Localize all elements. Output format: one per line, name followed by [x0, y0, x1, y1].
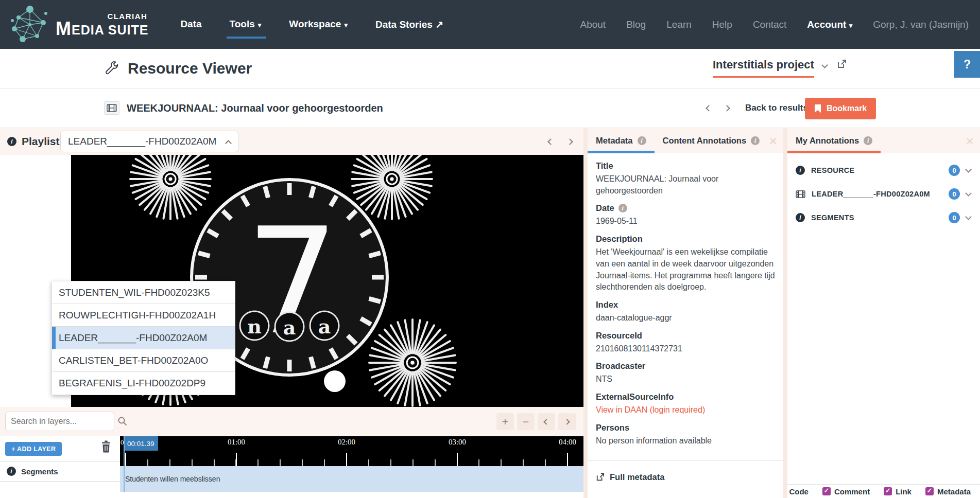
playlist-option[interactable]: ROUWPLECHTIGH-FHD00Z02A1H [52, 304, 235, 327]
metadata-content: Title WEEKJOURNAAL: Journaal voor gehoor… [588, 153, 783, 498]
layer-row-segments[interactable]: i Segments [0, 461, 120, 482]
annotation-filters: Code Comment Link Metadata [787, 484, 980, 498]
add-layer-button[interactable]: + ADD LAYER [5, 442, 62, 456]
help-button[interactable]: ? [954, 51, 980, 78]
nav-workspace[interactable]: Workspace▾ [289, 19, 348, 30]
resource-header: WEEKJOURNAAL: Journaal voor gehoorgestoo… [0, 88, 980, 128]
nav-help[interactable]: Help [712, 19, 732, 30]
checkbox-checked-icon[interactable] [925, 487, 934, 495]
project-name[interactable]: Interstitials project [713, 58, 814, 78]
field-value: NTS [596, 374, 775, 385]
info-icon[interactable]: i [751, 136, 760, 145]
info-icon[interactable]: i [864, 136, 872, 145]
filter-metadata[interactable]: Metadata [925, 487, 971, 496]
playhead[interactable] [124, 436, 125, 492]
playlist-option-selected[interactable]: LEADER_______-FHD00Z02A0M [52, 327, 235, 349]
annotation-group-leader[interactable]: LEADER_______-FHD00Z02A0M 0 [796, 182, 972, 206]
main-nav: Data Tools▾ Workspace▾ Data Stories ↗ [180, 19, 443, 30]
layer-name: Segments [21, 467, 58, 476]
testcard-letter: n [247, 315, 262, 338]
checkbox-checked-icon[interactable] [884, 487, 892, 495]
nav-account[interactable]: Account ▾ [807, 19, 852, 30]
full-metadata-link[interactable]: Full metadata [588, 460, 783, 482]
player-column: i Playlist LEADER_______-FHD00Z02A0M [0, 128, 583, 498]
playlist-dropdown[interactable]: LEADER_______-FHD00Z02A0M [60, 131, 238, 152]
info-icon[interactable]: i [638, 136, 646, 145]
nav-data-stories[interactable]: Data Stories ↗ [375, 19, 443, 30]
open-project-icon[interactable] [837, 59, 847, 69]
clariah-logo[interactable]: CLARIAH MEDIA SUITE [7, 2, 148, 47]
nav-blog[interactable]: Blog [626, 19, 646, 30]
nav-about[interactable]: About [580, 19, 606, 30]
field-label: Title [596, 161, 775, 171]
nav-data[interactable]: Data [180, 19, 201, 30]
main-area: i Playlist LEADER_______-FHD00Z02A0M [0, 128, 980, 498]
trash-icon[interactable] [101, 440, 111, 453]
previous-item-button[interactable] [547, 138, 554, 145]
playlist-option[interactable]: STUDENTEN_WIL-FHD00Z023K5 [52, 281, 235, 304]
nav-contact[interactable]: Contact [753, 19, 786, 30]
field-label: ExternalSourceInfo [596, 392, 775, 402]
testcard-letter: a [283, 316, 296, 339]
pan-left-button[interactable] [538, 413, 555, 430]
page-title: Resource Viewer [128, 60, 252, 77]
segment-label[interactable]: Studenten willen meebslissen [125, 475, 220, 483]
film-icon [104, 101, 119, 115]
bookmark-icon [814, 104, 821, 113]
segments-track[interactable]: Studenten willen meebslissen [120, 466, 583, 492]
chevron-down-icon[interactable] [965, 166, 972, 173]
field-label: Description [596, 234, 775, 244]
tick-label: 03:00 [449, 438, 466, 447]
film-icon [796, 190, 805, 198]
tick-label: 02:00 [338, 438, 355, 447]
annotation-group-segments[interactable]: i SEGMENTS 0 [796, 206, 972, 229]
nav-tools[interactable]: Tools▾ [230, 19, 262, 30]
project-selector[interactable]: Interstitials project [713, 58, 847, 78]
search-icon[interactable] [117, 416, 128, 426]
current-time-badge: 00:01.39 [124, 436, 158, 451]
playlist-option[interactable]: BEGRAFENIS_LI-FHD00Z02DP9 [52, 372, 235, 395]
tick-label: 01:00 [228, 438, 245, 447]
info-icon[interactable]: i [618, 204, 627, 212]
chevron-down-icon[interactable] [965, 190, 972, 197]
tab-content-annotations[interactable]: Content Annotationsi [655, 128, 768, 153]
tab-my-annotations[interactable]: My Annotationsi [787, 128, 881, 153]
field-value: No person information available [596, 435, 775, 447]
previous-resource-button[interactable] [706, 105, 712, 112]
testcard-letter: a [318, 315, 331, 338]
next-resource-button[interactable] [724, 105, 730, 112]
tab-metadata[interactable]: Metadatai [588, 128, 655, 153]
checkbox-checked-icon[interactable] [822, 487, 831, 495]
timeline-ruler[interactable]: 0 01:00 02:00 03:00 04:00 00:01.39 [120, 436, 583, 466]
info-icon: i [796, 166, 805, 175]
playlist-dropdown-menu: STUDENTEN_WIL-FHD00Z023K5 ROUWPLECHTIGH-… [51, 281, 235, 395]
search-input[interactable] [6, 417, 117, 426]
info-icon[interactable]: i [7, 137, 16, 146]
filter-link[interactable]: Link [884, 487, 912, 496]
next-item-button[interactable] [566, 138, 573, 145]
filter-code[interactable]: Code [787, 487, 809, 496]
annotation-group-resource[interactable]: i RESOURCE 0 [796, 158, 972, 182]
playlist-option[interactable]: CARLISTEN_BET-FHD00Z02A0O [52, 349, 235, 372]
field-label: Index [596, 300, 775, 310]
pan-right-button[interactable] [558, 413, 576, 430]
caret-down-icon: ▾ [258, 21, 262, 29]
filter-comment[interactable]: Comment [822, 487, 870, 496]
tick-label: 04:00 [559, 438, 576, 447]
wrench-icon [104, 61, 119, 76]
nav-learn[interactable]: Learn [666, 19, 692, 30]
brand-media-suite: MEDIA SUITE [56, 22, 148, 37]
field-value: 1969-05-11 [596, 216, 775, 227]
field-value: WEEKJOURNAAL: Journaal voor gehoorgestoo… [596, 173, 775, 197]
info-icon[interactable]: i [7, 467, 16, 476]
close-panel-icon[interactable]: × [966, 134, 974, 148]
bookmark-button[interactable]: Bookmark [805, 98, 876, 119]
layer-search [5, 412, 114, 431]
daan-link[interactable]: View in DAAN (login required) [596, 404, 775, 416]
chevron-down-icon[interactable] [965, 214, 972, 220]
playlist-label: Playlist [22, 135, 60, 148]
zoom-in-button[interactable]: + [496, 413, 514, 430]
close-panel-icon[interactable]: × [769, 134, 777, 148]
back-to-results-link[interactable]: Back to results [745, 103, 808, 113]
zoom-out-button[interactable]: − [517, 413, 535, 430]
